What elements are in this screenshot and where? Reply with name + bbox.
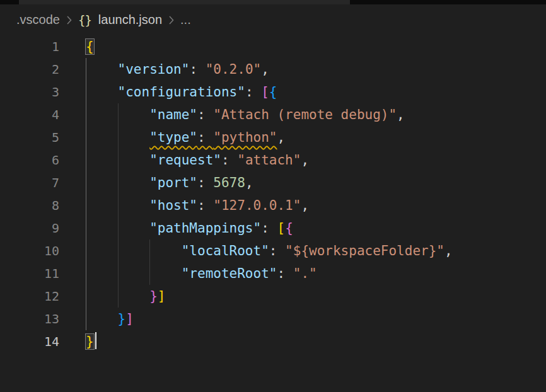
code-token [86,84,118,100]
code-line[interactable]: 13 }] [0,308,546,330]
breadcrumb: .vscode {} launch.json ... [0,4,546,35]
code-token: [ [277,221,285,236]
indent-guide [118,262,119,285]
line-number[interactable]: 11 [0,262,63,285]
code-token: "pathMappings" [149,221,261,236]
indent-guide [118,149,119,171]
code-token: 5678 [213,175,245,190]
indent-guide [149,239,150,262]
code-line[interactable]: 11 "remoteRoot": "." [0,262,546,285]
code-token [86,62,118,77]
line-number[interactable]: 1 [0,35,63,58]
indent-guide [118,171,119,194]
code-line-content[interactable]: "name": "Attach (remote debug)", [63,103,546,126]
code-line[interactable]: 9 "pathMappings": [{ [0,217,546,239]
active-indent-guide [86,239,86,262]
tab-bar-edge [0,0,546,4]
breadcrumb-symbol-ellipsis[interactable]: ... [180,13,191,27]
code-line[interactable]: 10 "localRoot": "${workspaceFolder}", [0,239,546,262]
editor-window: .vscode {} launch.json ... 1{2 "version"… [0,0,546,392]
indent-guide [118,239,119,262]
code-token: } [86,334,94,349]
line-number[interactable]: 7 [0,171,63,194]
code-line-content[interactable]: "port": 5678, [63,171,546,194]
indent-guide [118,217,119,239]
code-line-content[interactable]: } [63,330,546,353]
code-token: , [397,107,405,122]
code-line[interactable]: 4 "name": "Attach (remote debug)", [0,103,546,126]
code-line[interactable]: 14} [0,330,546,353]
code-token: , [444,243,453,258]
code-line[interactable]: 3 "configurations": [{ [0,81,546,103]
code-token: "version" [118,62,190,77]
code-token: : [189,62,205,77]
code-line[interactable]: 12 }] [0,285,546,308]
code-line[interactable]: 8 "host": "127.0.0.1", [0,194,546,217]
code-line-content[interactable]: "type": "python", [63,126,546,149]
code-token: : [197,175,213,190]
code-token: "0.2.0" [206,62,262,77]
line-number[interactable]: 14 [0,330,63,353]
code-token: ] [158,289,166,304]
code-token: { [269,84,277,100]
active-indent-guide [86,126,86,149]
line-number[interactable]: 10 [0,239,63,262]
code-line[interactable]: 7 "port": 5678, [0,171,546,194]
line-number[interactable]: 5 [0,126,63,149]
active-indent-guide [86,171,86,194]
code-line-content[interactable]: "remoteRoot": "." [63,262,546,285]
code-line-content[interactable]: }] [63,308,546,330]
code-line[interactable]: 1{ [0,35,546,58]
indent-guide [118,194,119,217]
active-indent-guide [86,262,86,285]
code-token: : [197,198,213,213]
code-token: "request" [149,153,221,168]
code-token [86,243,182,258]
active-indent-guide [86,308,86,330]
code-token: "127.0.0.1" [213,198,301,213]
code-line-content[interactable]: "localRoot": "${workspaceFolder}", [63,239,546,262]
code-token: : [197,130,213,145]
code-line-content[interactable]: { [63,35,546,58]
code-token: , [301,153,309,168]
text-cursor [95,332,96,349]
breadcrumb-item-folder[interactable]: .vscode [16,13,60,27]
json-file-icon: {} [78,13,91,27]
line-number[interactable]: 2 [0,58,63,81]
code-line-content[interactable]: "request": "attach", [63,149,546,171]
code-line-content[interactable]: }] [63,285,546,308]
active-indent-guide [86,217,86,239]
line-number[interactable]: 9 [0,217,63,239]
breadcrumb-item-file[interactable]: launch.json [98,13,162,27]
line-number[interactable]: 13 [0,308,63,330]
code-token: "type" [149,130,197,145]
code-line-content[interactable]: "pathMappings": [{ [63,217,546,239]
code-token: { [86,39,94,54]
code-line-content[interactable]: "configurations": [{ [63,81,546,103]
code-line[interactable]: 5 "type": "python", [0,126,546,149]
active-indent-guide [86,58,86,81]
code-token: : [269,243,285,258]
line-number[interactable]: 3 [0,81,63,103]
code-token: "Attach (remote debug)" [213,107,397,122]
code-token: "port" [149,175,197,190]
active-indent-guide [86,149,86,171]
line-number[interactable]: 12 [0,285,63,308]
code-line[interactable]: 2 "version": "0.2.0", [0,58,546,81]
code-token: , [301,198,309,213]
line-number[interactable]: 4 [0,103,63,126]
code-token: "name" [149,107,197,122]
chevron-right-icon [66,14,73,26]
code-token: , [245,175,253,190]
indent-guide [118,103,119,126]
indent-guide [118,285,119,308]
code-lines: 1{2 "version": "0.2.0",3 "configurations… [0,35,546,353]
line-number[interactable]: 6 [0,149,63,171]
code-token [86,311,118,326]
code-line[interactable]: 6 "request": "attach", [0,149,546,171]
code-line-content[interactable]: "version": "0.2.0", [63,58,546,81]
code-line-content[interactable]: "host": "127.0.0.1", [63,194,546,217]
line-number[interactable]: 8 [0,194,63,217]
tab-bar-edge-segment [19,0,350,4]
code-token: : [261,221,277,236]
